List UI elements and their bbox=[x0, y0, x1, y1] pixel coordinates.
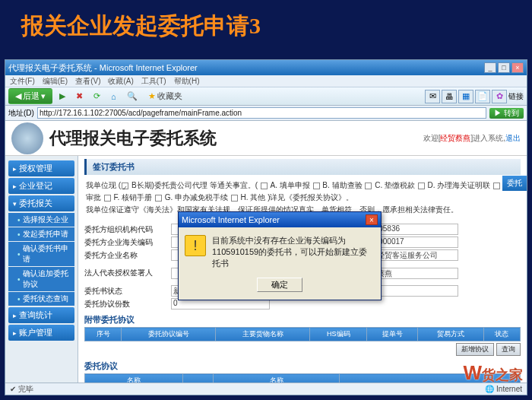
stop-icon: ✖ bbox=[76, 91, 83, 101]
watermark: W货之家 bbox=[463, 361, 523, 385]
lbl-customs-code: 委托方企业海关编码 bbox=[84, 237, 168, 248]
sub-section-attach: 附带委托协议 bbox=[84, 314, 521, 325]
search-button[interactable]: 🔍 bbox=[123, 89, 141, 103]
proto-table: 名称名称 委托方被委托方北京经贸客运 bbox=[84, 373, 521, 383]
tool-icon-2[interactable]: 🖶 bbox=[442, 90, 457, 103]
links-label: 链接 bbox=[508, 90, 524, 103]
nav-stats[interactable]: 查询统计 bbox=[8, 307, 74, 323]
zone-text: Internet bbox=[496, 385, 522, 393]
tool-icon-4[interactable]: 📄 bbox=[475, 90, 490, 103]
globe-icon: 🌐 bbox=[485, 385, 494, 393]
nav-entrust[interactable]: 委托报关 bbox=[8, 195, 74, 211]
app-header: 代理报关电子委托系统 欢迎[经贸蔡燕]进入系统,退出 bbox=[5, 121, 527, 156]
nav-confirm-book[interactable]: 确认委托书申请 bbox=[8, 242, 74, 266]
back-icon: ◀ bbox=[15, 91, 21, 101]
tool-icon-5[interactable]: ✿ bbox=[492, 90, 507, 103]
minimize-button[interactable]: _ bbox=[484, 62, 496, 73]
status-bar: ✔ 完毕 🌐Internet bbox=[5, 383, 527, 395]
th-no: 序号 bbox=[85, 328, 122, 341]
th-trade: 贸易方式 bbox=[418, 328, 483, 341]
menu-tools[interactable]: 工具(T) bbox=[141, 76, 166, 87]
menu-file[interactable]: 文件(F) bbox=[10, 76, 35, 87]
logout-link[interactable]: 退出 bbox=[505, 134, 521, 142]
th-proto: 委托协议编号 bbox=[122, 328, 216, 341]
lbl-status: 委托书状态 bbox=[84, 286, 168, 297]
lbl-count: 委托协议份数 bbox=[84, 299, 168, 310]
checkbox-a[interactable] bbox=[261, 183, 268, 189]
close-button[interactable]: × bbox=[511, 62, 524, 73]
th-hs: HS编码 bbox=[310, 328, 367, 341]
forward-button[interactable]: ▶ bbox=[55, 89, 69, 103]
attach-table: 序号 委托协议编号 主要货物名称 HS编码 提单号 贸易方式 状态 bbox=[84, 327, 521, 341]
window-title: 代理报关电子委托系统 - Microsoft Internet Explorer bbox=[8, 62, 198, 74]
address-bar: 地址(D) ▶ 转到 bbox=[5, 106, 527, 121]
sub-section-proto: 委托协议 bbox=[84, 360, 521, 372]
toolbar: ◀后退▾ ▶ ✖ ⟳ ⌂ 🔍 ★收藏夹 ✉ 🖶 ▦ 📄 ✿ 链接 bbox=[5, 87, 527, 106]
th-goods: 主要货物名称 bbox=[216, 328, 310, 341]
menu-fav[interactable]: 收藏(A) bbox=[108, 76, 133, 87]
maximize-button[interactable]: □ bbox=[498, 62, 510, 73]
home-button[interactable]: ⌂ bbox=[107, 90, 120, 103]
checkbox-h[interactable] bbox=[231, 195, 238, 202]
dialog-titlebar: Microsoft Internet Explorer × bbox=[179, 212, 381, 227]
checkbox-c[interactable] bbox=[365, 183, 372, 189]
tool-icon-3[interactable]: ▦ bbox=[458, 90, 473, 103]
checkbox-b2[interactable] bbox=[313, 183, 320, 189]
add-protocol-button[interactable]: 新增协议 bbox=[456, 343, 494, 356]
nav-register[interactable]: 企业登记 bbox=[8, 178, 74, 194]
sidebar: 授权管理 企业登记 委托报关 选择报关企业 发起委托申请 确认委托书申请 确认追… bbox=[5, 156, 78, 383]
status-text: ✔ 完毕 bbox=[10, 384, 33, 395]
checkbox-d[interactable] bbox=[418, 183, 425, 189]
th-bill: 提单号 bbox=[367, 328, 418, 341]
th2-name2: 名称 bbox=[214, 374, 339, 383]
menu-edit[interactable]: 编辑(E) bbox=[43, 76, 68, 87]
tool-icon-1[interactable]: ✉ bbox=[425, 90, 440, 103]
stop-button[interactable]: ✖ bbox=[72, 89, 87, 103]
welcome-text: 欢迎[经贸蔡燕]进入系统,退出 bbox=[423, 133, 521, 144]
menu-help[interactable]: 帮助(H) bbox=[174, 76, 200, 87]
refresh-button[interactable]: ⟳ bbox=[90, 89, 104, 103]
nav-status-query[interactable]: 委托状态查询 bbox=[8, 292, 74, 306]
alert-dialog: Microsoft Internet Explorer × ! 目前系统中没有存… bbox=[178, 211, 382, 300]
favorites-button[interactable]: ★收藏夹 bbox=[144, 88, 186, 104]
app-title: 代理报关电子委托系统 bbox=[49, 127, 217, 150]
dialog-title: Microsoft Internet Explorer bbox=[182, 215, 280, 224]
dialog-close-button[interactable]: × bbox=[366, 214, 378, 225]
query-button[interactable]: 查询 bbox=[496, 343, 521, 356]
menu-bar: 文件(F) 编辑(E) 查看(V) 收藏(A) 工具(T) 帮助(H) bbox=[5, 75, 527, 87]
dialog-ok-button[interactable]: 确定 bbox=[257, 278, 302, 292]
address-label: 地址(D) bbox=[8, 108, 34, 119]
th-st: 状态 bbox=[483, 328, 520, 341]
lbl-legal: 法人代表授权签署人 bbox=[84, 268, 168, 278]
lbl-org-code: 委托方组织机构代码 bbox=[84, 224, 168, 235]
nav-account[interactable]: 账户管理 bbox=[8, 325, 74, 341]
checkbox-g[interactable] bbox=[155, 195, 162, 202]
address-input[interactable] bbox=[37, 107, 486, 119]
back-button[interactable]: ◀后退▾ bbox=[8, 88, 52, 104]
nav-select-company[interactable]: 选择报关企业 bbox=[8, 213, 74, 227]
section-title: 签订委托书 bbox=[84, 159, 521, 175]
username: 经贸蔡燕 bbox=[440, 134, 470, 142]
search-icon: 🔍 bbox=[127, 91, 138, 101]
logo-icon bbox=[11, 122, 43, 154]
home-icon: ⌂ bbox=[111, 92, 116, 101]
slide-title: 报关企业发起委托申请3 bbox=[0, 0, 532, 52]
dialog-message: 目前系统中没有存在企业海关编码为1105910159的委托书，可以开始新建立委托… bbox=[212, 235, 375, 269]
nav-apply[interactable]: 发起委托申请 bbox=[8, 227, 74, 241]
window-titlebar: 代理报关电子委托系统 - Microsoft Internet Explorer… bbox=[5, 60, 527, 75]
checkbox-f[interactable] bbox=[104, 195, 111, 202]
nav-confirm-add[interactable]: 确认追加委托协议 bbox=[8, 267, 74, 291]
lbl-co-name: 委托方企业名称 bbox=[84, 250, 168, 261]
checkbox-b[interactable] bbox=[122, 183, 128, 189]
th2-name1: 名称 bbox=[85, 374, 183, 383]
star-icon: ★ bbox=[148, 91, 156, 101]
warning-icon: ! bbox=[185, 235, 206, 256]
menu-view[interactable]: 查看(V) bbox=[75, 76, 100, 87]
refresh-icon: ⟳ bbox=[93, 91, 100, 101]
nav-auth[interactable]: 授权管理 bbox=[8, 160, 74, 176]
go-button[interactable]: ▶ 转到 bbox=[489, 108, 524, 119]
right-tab[interactable]: 委托 bbox=[502, 176, 527, 191]
checkbox-e[interactable] bbox=[493, 183, 500, 189]
